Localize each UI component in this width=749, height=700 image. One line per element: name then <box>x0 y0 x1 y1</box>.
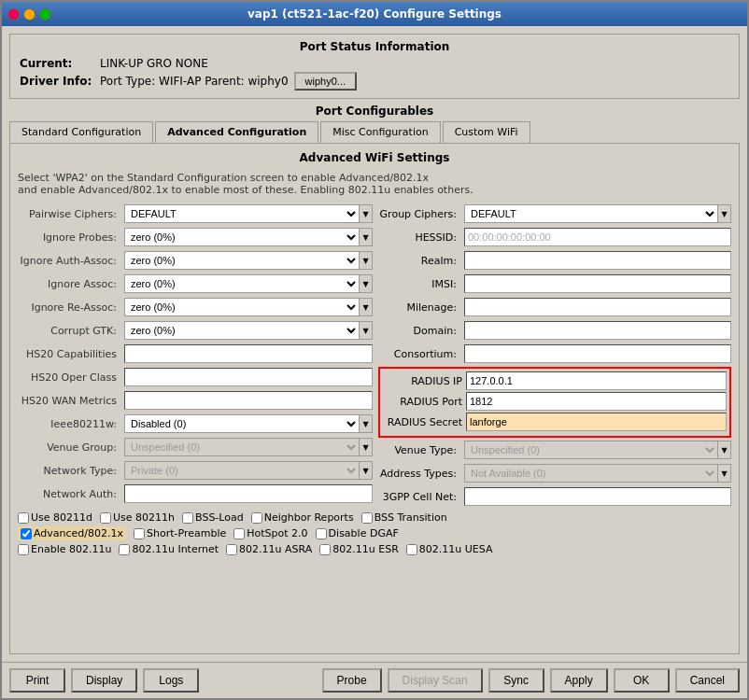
ignore-reassoc-row: Ignore Re-Assoc: zero (0%) ▼ <box>18 297 373 317</box>
ieee80211w-select-wrapper[interactable]: Disabled (0) ▼ <box>124 414 373 433</box>
info-text: Select 'WPA2' on the Standard Configurat… <box>18 172 731 196</box>
sync-button[interactable]: Sync <box>488 668 544 693</box>
use-80211d-checkbox[interactable]: Use 80211d <box>18 511 92 524</box>
milenage-input[interactable] <box>464 298 731 316</box>
corrupt-gtk-select[interactable]: zero (0%) <box>125 322 359 339</box>
hs20-cap-input[interactable] <box>124 344 373 363</box>
imsi-input[interactable] <box>464 274 731 293</box>
venue-group-row: Venue Group: Unspecified (0) ▼ <box>18 437 373 457</box>
80211u-esr-checkbox[interactable]: 802.11u ESR <box>319 543 399 555</box>
tab-misc-configuration[interactable]: Misc Configuration <box>320 121 440 143</box>
venue-group-arrow-icon: ▼ <box>359 439 372 455</box>
short-preamble-checkbox[interactable]: Short-Preamble <box>134 527 226 539</box>
bss-load-checkbox[interactable]: BSS-Load <box>182 511 244 524</box>
tab-custom-wifi[interactable]: Custom WiFi <box>443 121 530 143</box>
radius-port-input[interactable] <box>466 392 727 411</box>
consortium-row: Consortium: <box>376 343 731 364</box>
disable-dgaf-checkbox[interactable]: Disable DGAF <box>316 527 399 539</box>
venue-type-label: Venue Type: <box>376 444 460 456</box>
pairwise-row: Pairwise Ciphers: DEFAULT ▼ <box>18 203 373 224</box>
hs20-wan-row: HS20 WAN Metrics <box>18 390 373 411</box>
pairwise-select-wrapper[interactable]: DEFAULT ▼ <box>124 204 373 223</box>
ignore-probes-select[interactable]: zero (0%) <box>125 229 359 245</box>
group-ciphers-select[interactable]: DEFAULT <box>465 205 717 222</box>
hs20-wan-input[interactable] <box>124 391 373 410</box>
pairwise-select[interactable]: DEFAULT <box>125 205 359 222</box>
current-value: LINK-UP GRO NONE <box>100 57 208 70</box>
milenage-label: Milenage: <box>376 301 460 314</box>
network-auth-row: Network Auth: <box>18 483 373 504</box>
80211u-uesa-checkbox[interactable]: 802.11u UESA <box>406 543 493 555</box>
hs20-oper-label: HS20 Oper Class <box>18 371 120 384</box>
corrupt-gtk-arrow-icon: ▼ <box>359 322 372 339</box>
use-80211h-checkbox[interactable]: Use 80211h <box>100 511 175 524</box>
cancel-button[interactable]: Cancel <box>675 668 740 693</box>
tab-standard-configuration[interactable]: Standard Configuration <box>9 121 153 143</box>
hessid-input[interactable] <box>464 228 731 246</box>
ignore-assoc-select-wrapper[interactable]: zero (0%) ▼ <box>124 274 373 293</box>
content-area: Port Status Information Current: LINK-UP… <box>2 26 747 662</box>
venue-group-select-wrapper[interactable]: Unspecified (0) ▼ <box>124 438 373 456</box>
corrupt-gtk-select-wrapper[interactable]: zero (0%) ▼ <box>124 321 373 340</box>
close-window-button[interactable] <box>7 8 20 21</box>
current-label: Current: <box>20 57 94 70</box>
minimize-button[interactable] <box>23 8 35 21</box>
network-type-select[interactable]: Private (0) <box>125 462 359 479</box>
ignore-auth-row: Ignore Auth-Assoc: zero (0%) ▼ <box>18 250 373 271</box>
address-types-select[interactable]: Not Available (0) <box>465 465 717 482</box>
bottom-bar: Print Display Logs Probe Display Scan Sy… <box>2 662 747 698</box>
ignore-reassoc-select[interactable]: zero (0%) <box>125 299 359 315</box>
hs20-wan-label: HS20 WAN Metrics <box>18 395 120 407</box>
radius-port-row: RADIUS Port <box>383 392 727 411</box>
ignore-assoc-select[interactable]: zero (0%) <box>125 275 359 292</box>
venue-type-select-wrapper[interactable]: Unspecified (0) ▼ <box>464 441 731 459</box>
probe-button[interactable]: Probe <box>322 668 382 693</box>
address-types-select-wrapper[interactable]: Not Available (0) ▼ <box>464 464 731 483</box>
apply-button[interactable]: Apply <box>550 668 608 693</box>
ignore-probes-select-wrapper[interactable]: zero (0%) ▼ <box>124 228 373 246</box>
ignore-auth-arrow-icon: ▼ <box>359 252 372 269</box>
maximize-button[interactable] <box>39 8 51 21</box>
ieee80211w-select[interactable]: Disabled (0) <box>125 415 359 432</box>
advanced-tab-content: Advanced WiFi Settings Select 'WPA2' on … <box>9 143 740 654</box>
wiphy-button[interactable]: wiphy0... <box>294 72 357 91</box>
radius-secret-input[interactable] <box>466 413 727 431</box>
group-ciphers-row: Group Ciphers: DEFAULT ▼ <box>376 203 731 224</box>
neighbor-reports-checkbox[interactable]: Neighbor Reports <box>251 511 354 524</box>
radius-ip-input[interactable] <box>466 371 727 390</box>
domain-input[interactable] <box>464 321 731 340</box>
venue-group-select[interactable]: Unspecified (0) <box>125 439 359 455</box>
network-auth-input[interactable] <box>124 484 373 503</box>
consortium-input[interactable] <box>464 344 731 363</box>
80211u-internet-checkbox[interactable]: 802.11u Internet <box>119 543 219 555</box>
ieee80211w-arrow-icon: ▼ <box>359 415 372 432</box>
venue-type-select[interactable]: Unspecified (0) <box>465 441 717 458</box>
ignore-probes-arrow-icon: ▼ <box>359 229 372 245</box>
hs20-cap-row: HS20 Capabilities <box>18 343 373 364</box>
imsi-row: IMSI: <box>376 273 731 294</box>
80211u-asra-checkbox[interactable]: 802.11u ASRA <box>226 543 312 555</box>
corrupt-gtk-row: Corrupt GTK: zero (0%) ▼ <box>18 320 373 341</box>
ignore-auth-select-wrapper[interactable]: zero (0%) ▼ <box>124 251 373 270</box>
display-button[interactable]: Display <box>71 668 137 693</box>
radius-ip-row: RADIUS IP <box>383 371 727 390</box>
cell-net-input[interactable] <box>464 487 731 506</box>
network-type-select-wrapper[interactable]: Private (0) ▼ <box>124 461 373 480</box>
ignore-reassoc-select-wrapper[interactable]: zero (0%) ▼ <box>124 298 373 316</box>
print-button[interactable]: Print <box>9 668 65 693</box>
display-scan-button[interactable]: Display Scan <box>388 668 483 693</box>
realm-input[interactable] <box>464 251 731 270</box>
realm-label: Realm: <box>376 255 460 267</box>
logs-button[interactable]: Logs <box>143 668 199 693</box>
hs20-oper-input[interactable] <box>124 368 373 386</box>
tab-advanced-configuration[interactable]: Advanced Configuration <box>155 121 318 143</box>
titlebar-buttons <box>7 8 51 21</box>
ignore-auth-select[interactable]: zero (0%) <box>125 252 359 269</box>
hotspot-20-checkbox[interactable]: HotSpot 2.0 <box>233 527 307 539</box>
bss-transition-checkbox[interactable]: BSS Transition <box>361 511 447 524</box>
driver-label: Driver Info: <box>20 75 94 88</box>
group-ciphers-select-wrapper[interactable]: DEFAULT ▼ <box>464 204 731 223</box>
advanced-8021x-checkbox[interactable]: Advanced/802.1x <box>18 526 126 540</box>
ok-button[interactable]: OK <box>614 668 670 693</box>
enable-80211u-checkbox[interactable]: Enable 802.11u <box>18 543 111 555</box>
